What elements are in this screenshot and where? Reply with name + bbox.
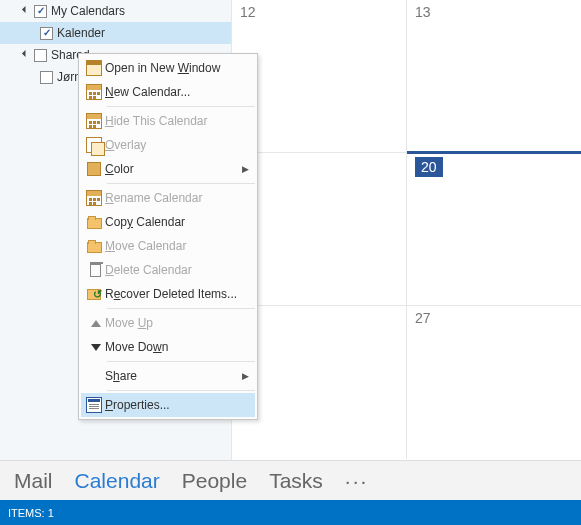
calendar-week-row: 27 bbox=[232, 306, 581, 459]
menu-separator bbox=[107, 361, 255, 362]
calendar-day-cell[interactable]: 27 bbox=[407, 306, 581, 459]
menu-copy[interactable]: Copy Calendar bbox=[81, 210, 255, 234]
calendar-checkbox[interactable] bbox=[40, 27, 53, 40]
menu-label: Overlay bbox=[105, 138, 249, 152]
submenu-arrow-icon: ▶ bbox=[242, 371, 249, 381]
calendar-day-cell[interactable] bbox=[232, 153, 407, 305]
color-icon bbox=[83, 162, 105, 176]
menu-hide-calendar: Hide This Calendar bbox=[81, 109, 255, 133]
group-label: My Calendars bbox=[51, 4, 125, 18]
menu-properties[interactable]: Properties... bbox=[81, 393, 255, 417]
menu-label: Copy Calendar bbox=[105, 215, 249, 229]
submenu-arrow-icon: ▶ bbox=[242, 164, 249, 174]
calendar-grid: 12132027 bbox=[232, 0, 581, 460]
menu-label: Delete Calendar bbox=[105, 263, 249, 277]
calendar-day-cell[interactable] bbox=[232, 306, 407, 459]
nav-more[interactable]: ··· bbox=[345, 469, 369, 493]
nav-tasks[interactable]: Tasks bbox=[269, 469, 323, 493]
calendar-week-row: 20 bbox=[232, 153, 581, 306]
group-checkbox[interactable] bbox=[34, 5, 47, 18]
cal-icon bbox=[83, 84, 105, 100]
folder-icon bbox=[83, 240, 105, 253]
menu-overlay: Overlay bbox=[81, 133, 255, 157]
folder-icon bbox=[83, 216, 105, 229]
calendar-group[interactable]: My Calendars bbox=[0, 0, 231, 22]
cal-icon bbox=[83, 113, 105, 129]
menu-move-up: Move Up bbox=[81, 311, 255, 335]
menu-label: Open in New Window bbox=[105, 61, 249, 75]
menu-color[interactable]: Color▶ bbox=[81, 157, 255, 181]
menu-label: New Calendar... bbox=[105, 85, 249, 99]
calendar-item[interactable]: Kalender bbox=[0, 22, 231, 44]
nav-bar: MailCalendarPeopleTasks··· bbox=[0, 460, 581, 500]
up-icon bbox=[83, 320, 105, 327]
menu-open-new-window[interactable]: Open in New Window bbox=[81, 56, 255, 80]
menu-label: Move Down bbox=[105, 340, 249, 354]
day-number: 12 bbox=[240, 4, 256, 20]
recover-icon bbox=[83, 289, 105, 300]
menu-delete: Delete Calendar bbox=[81, 258, 255, 282]
calendar-label: Kalender bbox=[57, 26, 105, 40]
group-checkbox[interactable] bbox=[34, 49, 47, 62]
menu-move: Move Calendar bbox=[81, 234, 255, 258]
menu-move-down[interactable]: Move Down bbox=[81, 335, 255, 359]
day-number: 20 bbox=[415, 157, 443, 177]
props-icon bbox=[83, 397, 105, 413]
menu-recover[interactable]: Recover Deleted Items... bbox=[81, 282, 255, 306]
calendar-day-cell[interactable]: 13 bbox=[407, 0, 581, 152]
menu-share[interactable]: Share▶ bbox=[81, 364, 255, 388]
calendar-week-row: 1213 bbox=[232, 0, 581, 153]
nav-calendar[interactable]: Calendar bbox=[75, 469, 160, 493]
menu-label: Rename Calendar bbox=[105, 191, 249, 205]
menu-label: Recover Deleted Items... bbox=[105, 287, 249, 301]
window-icon bbox=[83, 60, 105, 76]
menu-separator bbox=[107, 183, 255, 184]
calendar-context-menu: Open in New WindowNew Calendar...Hide Th… bbox=[78, 53, 258, 420]
day-number: 27 bbox=[415, 310, 431, 326]
menu-label: Color bbox=[105, 162, 242, 176]
day-number: 13 bbox=[415, 4, 431, 20]
overlay-icon bbox=[83, 137, 105, 153]
menu-label: Move Calendar bbox=[105, 239, 249, 253]
menu-separator bbox=[107, 390, 255, 391]
cal-icon bbox=[83, 190, 105, 206]
menu-label: Hide This Calendar bbox=[105, 114, 249, 128]
status-items-count: ITEMS: 1 bbox=[8, 507, 54, 519]
down-icon bbox=[83, 344, 105, 351]
calendar-day-cell[interactable]: 20 bbox=[407, 153, 581, 305]
calendar-day-cell[interactable]: 12 bbox=[232, 0, 407, 152]
menu-label: Move Up bbox=[105, 316, 249, 330]
nav-mail[interactable]: Mail bbox=[14, 469, 53, 493]
expander-icon[interactable] bbox=[22, 6, 32, 16]
menu-separator bbox=[107, 106, 255, 107]
menu-separator bbox=[107, 308, 255, 309]
expander-icon[interactable] bbox=[22, 50, 32, 60]
menu-label: Share bbox=[105, 369, 242, 383]
menu-label: Properties... bbox=[105, 398, 249, 412]
status-bar: ITEMS: 1 bbox=[0, 500, 581, 525]
nav-people[interactable]: People bbox=[182, 469, 247, 493]
menu-new-calendar[interactable]: New Calendar... bbox=[81, 80, 255, 104]
calendar-checkbox[interactable] bbox=[40, 71, 53, 84]
menu-rename: Rename Calendar bbox=[81, 186, 255, 210]
today-indicator bbox=[407, 151, 581, 154]
trash-icon bbox=[83, 264, 105, 277]
